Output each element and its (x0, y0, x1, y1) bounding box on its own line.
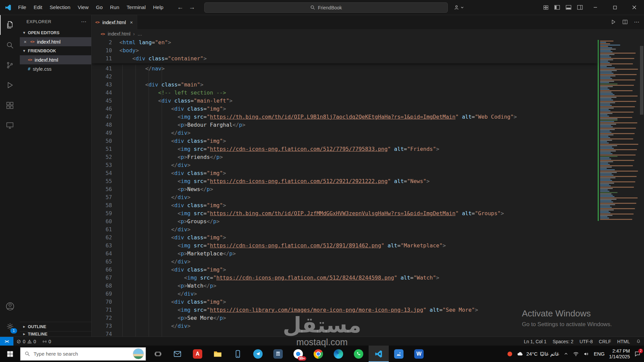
code-line[interactable]: 64 <p>Marketplace</p> (91, 250, 644, 258)
split-editor-icon[interactable] (622, 19, 628, 25)
taskbar-mail-app[interactable] (167, 346, 187, 362)
ports-indicator[interactable]: 0 (39, 337, 54, 346)
code-line[interactable]: 10<body> (91, 47, 598, 55)
code-line[interactable]: 49 </div> (91, 129, 644, 137)
code-line[interactable]: 41 </nav> (91, 65, 644, 73)
weather-widget[interactable]: 24°C غائم غالبًا (517, 350, 559, 358)
eol-indicator[interactable]: CRLF (596, 337, 614, 346)
command-center-search[interactable]: FriendBook (204, 2, 448, 13)
explorer-more-actions-icon[interactable]: ⋯ (81, 18, 87, 25)
code-line[interactable]: 65 </div> (91, 258, 644, 266)
taskbar-search-box[interactable]: Type here to search (20, 347, 146, 361)
code-line[interactable]: 2<html lang="en"> (91, 39, 598, 47)
code-line[interactable]: 60 <p>Groups</p> (91, 218, 644, 226)
forward-arrow-icon[interactable]: → (189, 4, 195, 11)
taskbar-chrome-app[interactable] (308, 346, 328, 362)
menu-go[interactable]: Go (92, 0, 106, 15)
menu-terminal[interactable]: Terminal (123, 0, 150, 15)
taskbar-acrobat-app[interactable]: A (187, 346, 208, 362)
indentation-indicator[interactable]: Spaces: 2 (549, 337, 576, 346)
open-editors-section[interactable]: ▾ OPEN EDITORS (20, 28, 91, 37)
language-mode[interactable]: HTML (614, 337, 633, 346)
menu-help[interactable]: Help (149, 0, 167, 15)
menu-file[interactable]: File (14, 0, 30, 15)
code-line[interactable]: 58 <div class="img"> (91, 201, 644, 209)
accounts-menu[interactable] (453, 3, 464, 12)
code-line[interactable]: 11 <div class="container"> (91, 55, 598, 63)
taskbar-telegram-app[interactable] (248, 346, 268, 362)
code-line[interactable]: 69 </div> (91, 290, 644, 298)
clock[interactable]: 2:47 PM 1/14/2025 (609, 348, 630, 360)
menu-edit[interactable]: Edit (30, 0, 46, 15)
code-line[interactable]: 55 <img src="https://cdn-icons-png.flati… (91, 177, 644, 185)
code-line[interactable]: 67 <img src="https://cdn-icons-png.flati… (91, 274, 644, 282)
search-highlight-image[interactable] (133, 348, 144, 359)
encoding-indicator[interactable]: UTF-8 (577, 337, 596, 346)
explorer-activity-icon[interactable] (0, 15, 20, 35)
customize-layout-icon[interactable] (540, 0, 551, 15)
minimize-button[interactable] (586, 0, 605, 15)
code-editor[interactable]: 41 </nav>4243 <div class="main">44 <!-- … (91, 39, 644, 337)
code-line[interactable]: 68 <p>Watch</p> (91, 282, 644, 290)
code-line[interactable]: 54 <div class="img"> (91, 169, 644, 177)
close-icon[interactable]: × (22, 39, 28, 45)
remote-indicator[interactable]: >< (0, 337, 13, 346)
account-activity-icon[interactable] (0, 296, 20, 316)
code-lines[interactable]: 41 </nav>4243 <div class="main">44 <!-- … (91, 39, 644, 337)
breadcrumb[interactable]: <> indexf.html › … (91, 29, 644, 39)
code-line[interactable]: 50 <div class="img"> (91, 137, 644, 145)
toggle-secondary-sidebar-icon[interactable] (574, 0, 586, 15)
file-item-style-css[interactable]: # style.css (20, 64, 91, 73)
hidden-icons-chevron[interactable] (564, 351, 569, 356)
input-language[interactable]: ENG (594, 351, 605, 357)
code-line[interactable]: 72 <p>See More</p> (91, 314, 644, 322)
task-view-button[interactable] (149, 346, 167, 362)
code-line[interactable]: 57 </div> (91, 193, 644, 201)
volume-icon[interactable] (583, 351, 589, 357)
run-debug-activity-icon[interactable] (0, 75, 20, 95)
tab-indexf-html[interactable]: <> indexf.html × (91, 15, 137, 29)
code-line[interactable]: 48 <p>Bedour Farghal</p> (91, 121, 644, 129)
more-actions-icon[interactable]: ⋯ (634, 19, 639, 25)
sticky-scroll[interactable]: 2<html lang="en">10<body>11 <div class="… (91, 39, 598, 63)
code-line[interactable]: 51 <img src="https://cdn-icons-png.flati… (91, 145, 644, 153)
problems-indicator[interactable]: 0 0 (13, 337, 39, 346)
code-line[interactable]: 42 (91, 73, 644, 81)
code-line[interactable]: 45 <div class="main-left"> (91, 97, 644, 105)
toggle-primary-sidebar-icon[interactable] (551, 0, 563, 15)
code-line[interactable]: 44 <!-- left section --> (91, 89, 644, 97)
taskbar-edge-app[interactable] (328, 346, 348, 362)
maximize-button[interactable] (605, 0, 625, 15)
file-item-indexf-html[interactable]: <> indexf.html (20, 55, 91, 64)
code-line[interactable]: 63 <img src="https://cdn-icons-png.flati… (91, 242, 644, 250)
code-line[interactable]: 74 (91, 330, 644, 337)
notifications-bell-icon[interactable] (633, 337, 644, 346)
minimap[interactable] (598, 39, 639, 337)
code-line[interactable]: 62 <div class="img"> (91, 234, 644, 242)
open-editor-item[interactable]: × <> indexf.html (20, 37, 91, 46)
taskbar-messenger-app[interactable]: 99+ (288, 346, 308, 362)
code-line[interactable]: 52 <p>Friends</p> (91, 153, 644, 161)
code-line[interactable]: 66 <div class="img"> (91, 266, 644, 274)
action-center-button[interactable]: 2 (634, 351, 641, 357)
code-line[interactable]: 46 <div class="img"> (91, 105, 644, 113)
timeline-section[interactable]: ▸ TIMELINE (20, 331, 91, 337)
settings-activity-icon[interactable]: 1 (0, 316, 20, 337)
menu-view[interactable]: View (74, 0, 92, 15)
close-window-button[interactable] (625, 0, 644, 15)
folder-section[interactable]: ▾ FRIENDBOOK (20, 46, 91, 55)
extensions-activity-icon[interactable] (0, 95, 20, 115)
cursor-position[interactable]: Ln 1, Col 1 (521, 337, 550, 346)
taskbar-word-app[interactable]: W (409, 346, 429, 362)
network-icon[interactable] (573, 351, 579, 357)
taskbar-your-phone-app[interactable] (228, 346, 248, 362)
code-line[interactable]: 61 </div> (91, 226, 644, 234)
menu-selection[interactable]: Selection (46, 0, 74, 15)
code-line[interactable]: 73 </div> (91, 322, 644, 330)
code-line[interactable]: 47 <img src="https://th.bing.com/th/id/O… (91, 113, 644, 121)
taskbar-calculator-app[interactable] (268, 346, 288, 362)
back-arrow-icon[interactable]: ← (177, 4, 183, 11)
source-control-activity-icon[interactable] (0, 55, 20, 75)
outline-section[interactable]: ▸ OUTLINE (20, 322, 91, 331)
code-line[interactable]: 59 <img src="https://th.bing.com/th/id/O… (91, 209, 644, 218)
